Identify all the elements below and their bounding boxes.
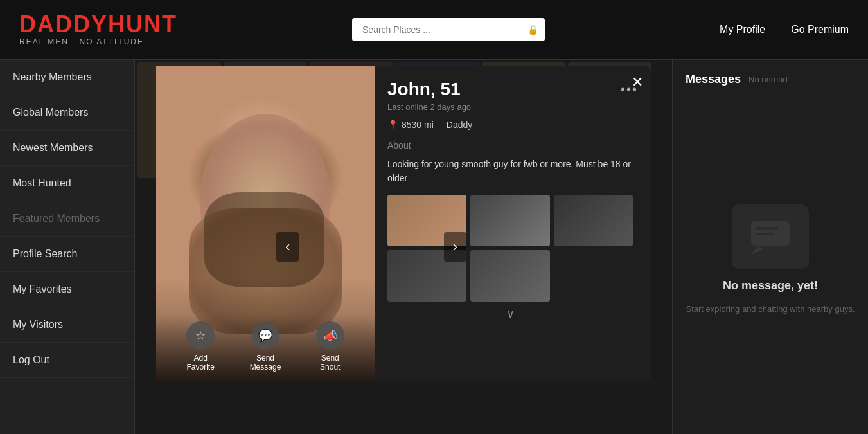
lock-icon: 🔒: [527, 24, 538, 35]
send-message-label: SendMessage: [250, 354, 281, 372]
sidebar-item-most-hunted[interactable]: Most Hunted: [0, 166, 134, 201]
message-empty-subtitle: Start exploring and chatting with nearby…: [686, 303, 855, 316]
about-text: Looking for young smooth guy for fwb or …: [387, 157, 633, 186]
profile-meta: 📍 8530 mi Daddy: [387, 120, 638, 130]
no-unread-badge: No unread: [748, 75, 788, 84]
sidebar-item-log-out[interactable]: Log Out: [0, 343, 134, 378]
thumbnail-photo-2[interactable]: [470, 195, 549, 246]
chat-bubble-icon: [748, 217, 793, 256]
profile-name: John, 51: [387, 79, 461, 100]
svg-rect-1: [756, 227, 779, 230]
messages-title: Messages: [686, 73, 741, 86]
my-profile-link[interactable]: My Profile: [720, 24, 765, 35]
message-icon: 💬: [251, 321, 279, 350]
profile-info-section: John, 51 ••• Last online 2 days ago 📍 85…: [375, 66, 651, 381]
sidebar-item-newest-members[interactable]: Newest Members: [0, 131, 134, 166]
messages-header: Messages No unread: [686, 73, 855, 86]
prev-member-button[interactable]: ‹: [276, 232, 299, 262]
logo-title[interactable]: DADDYHUNT: [19, 13, 177, 36]
profile-location: 📍 8530 mi: [387, 120, 434, 130]
sidebar-item-nearby-members[interactable]: Nearby Members: [0, 60, 134, 95]
thumbnail-photo-3[interactable]: [554, 195, 633, 246]
search-area: 🔒: [177, 18, 720, 41]
close-profile-button[interactable]: ✕: [632, 74, 643, 91]
profile-name-row: John, 51 •••: [387, 79, 638, 100]
sidebar-item-global-members[interactable]: Global Members: [0, 95, 134, 131]
send-shout-label: SendShout: [320, 354, 340, 372]
svg-marker-3: [751, 246, 764, 255]
header-nav: My Profile Go Premium: [720, 24, 849, 35]
message-empty-icon: [732, 204, 809, 269]
photo-thumbnails-grid: [387, 195, 633, 302]
sidebar-item-featured-members[interactable]: Featured Members: [0, 201, 134, 237]
profile-photo-section: ☆ AddFavorite 💬 SendMessage 📣 SendShout: [156, 66, 375, 381]
content-area: ‹ › ✕ ☆: [135, 60, 672, 434]
sidebar-item-my-visitors[interactable]: My Visitors: [0, 307, 134, 343]
profile-last-online: Last online 2 days ago: [387, 102, 638, 112]
sidebar-item-my-favorites[interactable]: My Favorites: [0, 272, 134, 307]
search-wrapper: 🔒: [352, 18, 545, 41]
send-message-button[interactable]: 💬 SendMessage: [250, 321, 281, 372]
scroll-down-indicator[interactable]: ∨: [387, 302, 633, 326]
sidebar-item-profile-search[interactable]: Profile Search: [0, 237, 134, 272]
profile-type: Daddy: [447, 120, 472, 130]
star-icon: ☆: [186, 321, 215, 350]
about-section[interactable]: About Looking for young smooth guy for f…: [387, 140, 638, 381]
search-input[interactable]: [352, 18, 545, 41]
right-panel: Messages No unread No message, yet! Star…: [672, 60, 868, 434]
add-favorite-label: AddFavorite: [187, 354, 215, 372]
app-header: DADDYHUNT REAL MEN - NO ATTITUDE 🔒 My Pr…: [0, 0, 868, 60]
about-title: About: [387, 140, 633, 150]
svg-rect-2: [756, 233, 774, 235]
profile-card-body: ☆ AddFavorite 💬 SendMessage 📣 SendShout: [156, 66, 651, 381]
logo-area: DADDYHUNT REAL MEN - NO ATTITUDE: [19, 13, 177, 46]
message-empty-title: No message, yet!: [723, 279, 818, 293]
main-layout: Nearby Members Global Members Newest Mem…: [0, 60, 868, 434]
add-favorite-button[interactable]: ☆ AddFavorite: [186, 321, 215, 372]
shout-icon: 📣: [316, 321, 344, 350]
logo-subtitle: REAL MEN - NO ATTITUDE: [19, 37, 177, 46]
next-member-button[interactable]: ›: [444, 232, 466, 262]
send-shout-button[interactable]: 📣 SendShout: [316, 321, 344, 372]
action-buttons-bar: ☆ AddFavorite 💬 SendMessage 📣 SendShout: [156, 315, 375, 381]
sidebar: Nearby Members Global Members Newest Mem…: [0, 60, 135, 434]
profile-distance: 8530 mi: [402, 120, 434, 130]
location-pin-icon: 📍: [387, 120, 398, 130]
thumbnail-photo-5[interactable]: [470, 250, 549, 302]
go-premium-link[interactable]: Go Premium: [791, 24, 849, 35]
message-empty-state: No message, yet! Start exploring and cha…: [686, 99, 855, 421]
profile-card: ✕ ☆ AddFavorite: [156, 66, 651, 381]
